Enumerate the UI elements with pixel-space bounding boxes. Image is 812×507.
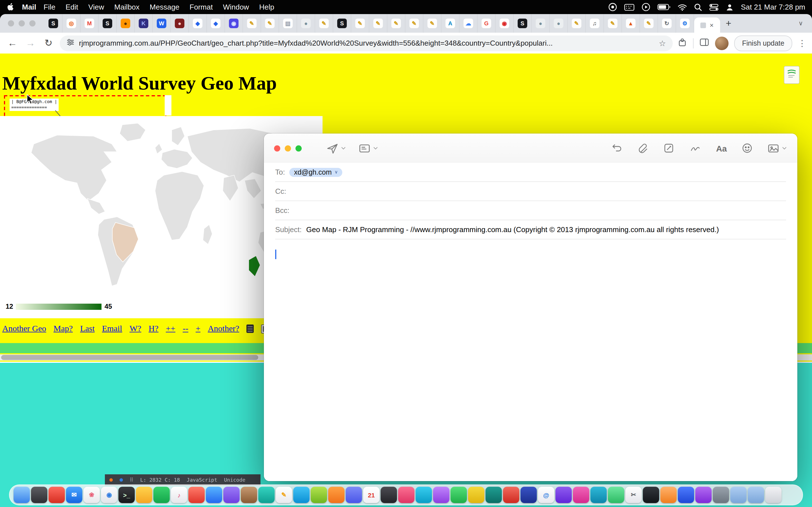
language-mode[interactable]: JavaScript (187, 477, 217, 483)
dock-app-icon[interactable] (643, 487, 659, 503)
browser-tab[interactable]: ◉ (225, 14, 243, 33)
browser-tab[interactable]: ✎ (423, 14, 442, 33)
format-text-button[interactable]: Aa (716, 144, 727, 153)
side-panel-icon[interactable] (699, 38, 709, 49)
dock-app-icon[interactable] (13, 487, 30, 503)
browser-tab[interactable]: ● (550, 14, 568, 33)
dock-app-icon[interactable]: ✉ (66, 487, 82, 503)
site-settings-icon[interactable] (66, 38, 74, 48)
recipient-token[interactable]: xd@gh.com ∨ (290, 168, 343, 177)
dock-app-icon[interactable] (503, 487, 519, 503)
menu-item-mailbox[interactable]: Mailbox (114, 3, 140, 11)
bookmark-star-icon[interactable]: ☆ (659, 39, 666, 48)
browser-tab[interactable]: M (81, 14, 99, 33)
dock-app-icon[interactable] (31, 487, 47, 503)
page-link[interactable]: + (196, 324, 200, 334)
dock-app-icon[interactable] (660, 487, 677, 503)
subject-text[interactable]: Geo Map - RJM Programming - //www.rjmpro… (306, 225, 719, 234)
dock-app-icon[interactable] (591, 487, 607, 503)
browser-tab[interactable]: G (477, 14, 496, 33)
browser-tab[interactable]: ● (532, 14, 550, 33)
app-badge-icon[interactable] (608, 3, 617, 11)
apple-logo-icon[interactable] (7, 3, 14, 11)
dock-app-icon[interactable] (713, 487, 729, 503)
page-link[interactable]: Another Geo (2, 324, 46, 334)
browser-tab[interactable]: ▲ (622, 14, 640, 33)
dock-app-icon[interactable] (695, 487, 712, 503)
forward-button[interactable]: → (24, 38, 37, 49)
notes-widget-icon[interactable] (784, 66, 800, 84)
dock-app-icon[interactable] (416, 487, 432, 503)
browser-tab[interactable]: W (153, 14, 171, 33)
page-link[interactable]: Last (80, 324, 95, 334)
dock-app-icon[interactable]: >_ (118, 487, 135, 503)
token-chevron-icon[interactable]: ∨ (335, 170, 338, 175)
map-region-se-asia[interactable] (245, 179, 261, 199)
map-region-madagascar[interactable] (203, 224, 212, 244)
markup-icon[interactable] (663, 143, 674, 154)
browser-tab[interactable]: ◆ (189, 14, 207, 33)
battery-icon[interactable] (658, 4, 670, 10)
browser-tab[interactable]: ☁ (460, 14, 477, 33)
cursor-position[interactable]: L: 2832 C: 18 (140, 477, 180, 483)
message-body[interactable] (264, 239, 797, 481)
page-link[interactable]: W? (130, 324, 141, 334)
dock-app-icon[interactable]: ♪ (171, 487, 187, 503)
close-window-button[interactable] (8, 20, 14, 26)
map-region-greenland[interactable] (119, 123, 146, 142)
calculator-icon[interactable] (247, 325, 254, 333)
dock-app-icon[interactable] (678, 487, 694, 503)
browser-tab[interactable]: ✎ (640, 14, 658, 33)
bcc-field[interactable]: Bcc: (275, 201, 786, 220)
dock-app-icon[interactable]: ❀ (84, 487, 100, 503)
browser-tab[interactable]: ● (297, 14, 315, 33)
keyboard-icon[interactable] (624, 4, 635, 10)
browser-tab[interactable]: ✎ (351, 14, 369, 33)
browser-tab[interactable]: ▤ (279, 14, 297, 33)
browser-tab[interactable]: ♫ (586, 14, 604, 33)
dock-app-icon[interactable] (555, 487, 572, 503)
browser-tab[interactable]: ✎ (604, 14, 622, 33)
browser-menu-icon[interactable]: ⋮ (798, 38, 806, 48)
page-link[interactable]: ++ (166, 324, 175, 334)
page-link[interactable]: Email (102, 324, 122, 334)
finish-update-button[interactable]: Finish update (734, 35, 792, 51)
cc-field[interactable]: Cc: (275, 182, 786, 201)
menu-item-view[interactable]: View (88, 3, 104, 11)
dock-app-icon[interactable]: ✎ (276, 487, 292, 503)
dock-app-icon[interactable] (486, 487, 502, 503)
dock-app-icon[interactable] (346, 487, 362, 503)
subject-field[interactable]: Subject: Geo Map - RJM Programming - //w… (275, 220, 786, 239)
back-button[interactable]: ← (6, 38, 19, 49)
send-button[interactable] (326, 142, 346, 154)
menu-item-format[interactable]: Format (190, 3, 213, 11)
attach-file-icon[interactable] (637, 143, 649, 154)
dock-app-icon[interactable] (188, 487, 205, 503)
dock-app-icon[interactable] (398, 487, 414, 503)
active-app-name[interactable]: Mail (22, 3, 36, 11)
photo-browser-icon[interactable] (767, 142, 787, 154)
browser-tab[interactable]: S (45, 14, 63, 33)
to-field[interactable]: To: xd@gh.com ∨ (275, 163, 786, 182)
dock-app-icon[interactable] (49, 487, 65, 503)
scrollbar-thumb[interactable] (1, 355, 258, 360)
dock-app-icon[interactable] (311, 487, 327, 503)
extensions-icon[interactable] (677, 37, 688, 49)
browser-tab[interactable]: ↻ (658, 14, 676, 33)
address-bar[interactable]: rjmprogramming.com.au/PHP/GeoChart/geo_c… (60, 35, 673, 51)
browser-tab[interactable]: A (442, 14, 460, 33)
browser-tab[interactable]: S (333, 14, 351, 33)
user-switcher-icon[interactable] (726, 3, 733, 11)
browser-tab[interactable]: ● (171, 14, 189, 33)
page-link[interactable]: Map? (54, 324, 73, 334)
encoding[interactable]: Unicode (224, 477, 245, 483)
map-region-africa[interactable] (155, 172, 204, 240)
dock-app-icon[interactable] (765, 487, 781, 503)
header-fields-button[interactable] (359, 142, 378, 154)
menu-item-window[interactable]: Window (223, 3, 249, 11)
browser-tab[interactable]: K (135, 14, 153, 33)
reload-button[interactable]: ↻ (42, 37, 55, 49)
dock-app-icon[interactable] (293, 487, 310, 503)
dock-app-icon[interactable] (573, 487, 589, 503)
profile-avatar[interactable] (715, 36, 728, 50)
